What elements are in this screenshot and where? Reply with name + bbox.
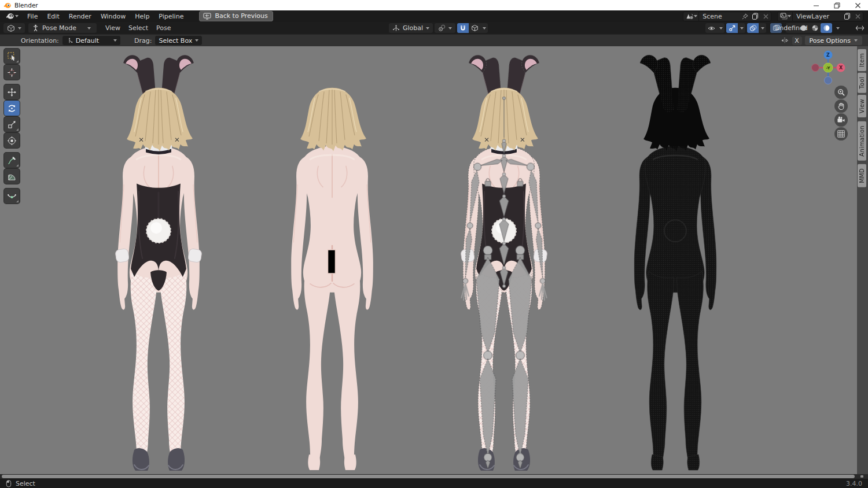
axis-z-negative[interactable] [825,77,832,84]
view-layer-browse-button[interactable] [778,12,793,21]
window-title: Blender [14,2,38,9]
figure-bunny-armature[interactable] [446,52,562,473]
tool-move-button[interactable] [4,84,20,99]
orientation-dropdown[interactable]: Default [62,36,120,45]
viewport-3d[interactable]: Z X -Y ItemToolViewAnimationMMD [0,46,868,474]
remove-view-layer-button[interactable] [852,12,863,21]
figure-body-nude[interactable] [274,52,390,473]
pivot-point-dropdown[interactable] [435,23,455,33]
transform-orientation-dropdown[interactable]: Global [389,23,433,33]
viewport-perspective-button[interactable] [834,127,848,141]
display-cluster: undefined [705,23,865,33]
show-overlays-toggle[interactable] [747,23,759,33]
tool-rotate-button[interactable] [4,101,20,116]
mode-label: Pose Mode [42,24,84,32]
visibility-icon-cell [705,23,717,33]
sidebar-tab-tool[interactable]: Tool [858,73,866,93]
axis-x-negative[interactable] [812,64,819,72]
scene-selector: Scene [683,12,771,21]
mode-selector[interactable]: Pose Mode [28,23,97,33]
back-screen-icon [203,13,212,20]
orientation-label: Global [403,24,423,32]
orientation-icon [66,37,73,44]
mirror-x-toggle[interactable]: X [792,36,802,45]
chevron-down-icon [87,27,91,29]
figure-body-wireframe[interactable] [617,52,733,473]
tool-select-box-button[interactable] [4,49,20,64]
menu-help[interactable]: Help [130,12,154,21]
viewport-menu-pose[interactable]: Pose [152,23,175,33]
orientation-value: Default [76,37,111,45]
pose-options-dropdown[interactable]: Pose Options [805,36,862,45]
scene-name[interactable]: Scene [699,13,740,20]
overlays-dropdown[interactable] [759,23,766,33]
chevron-down-icon [483,27,486,29]
viewport-pan-button[interactable] [834,99,848,113]
sidebar-tab-animation[interactable]: Animation [858,121,866,161]
new-scene-button[interactable] [750,12,760,21]
menu-window[interactable]: Window [96,12,130,21]
tool-expand-notch [16,164,19,167]
editor-type-button[interactable] [3,23,25,33]
scene-browse-button[interactable] [683,12,699,21]
shading-solid-button[interactable] [797,23,809,33]
drag-dropdown[interactable]: Select Box [155,36,202,45]
restore-button[interactable] [826,0,847,10]
axis-x-label: X [839,65,843,71]
overlays-cluster [747,23,766,33]
visibility-caret[interactable] [717,23,724,33]
tool-breakdowner-button[interactable] [4,188,20,204]
tool-cursor-button[interactable] [4,65,20,80]
navigation-gizmo[interactable]: Z X -Y [810,49,847,86]
chevron-down-icon [448,27,452,29]
viewport-menu-select[interactable]: Select [124,23,152,33]
chevron-down-icon [18,27,21,29]
status-hint: Select [16,480,35,487]
tool-annotate-button[interactable] [4,153,20,168]
snap-target-button[interactable] [469,23,480,33]
drag-value: Select Box [159,37,192,45]
show-gizmos-toggle[interactable] [726,23,738,33]
back-to-previous-button[interactable]: Back to Previous [199,11,273,21]
swap-regions-icon[interactable] [855,25,865,31]
snap-cluster [457,23,488,33]
blender-menu-button[interactable] [2,12,22,21]
snap-toggle[interactable] [457,23,469,33]
sidebar-tab-view[interactable]: View [858,95,866,117]
tool-scale-button[interactable] [4,117,20,132]
tool-expand-notch [16,128,19,131]
viewport-editor-icon [7,24,15,32]
figure-bunny-textured[interactable] [101,52,216,473]
chevron-down-icon [694,15,697,17]
sidebar-tab-item[interactable]: Item [858,49,866,71]
viewport-camera-button[interactable] [834,113,848,127]
snap-dropdown[interactable] [480,23,488,33]
viewport-menu-view[interactable]: View [101,23,124,33]
shading-rendered-button[interactable] [821,23,832,33]
window-controls [806,0,868,10]
unlink-scene-button[interactable] [760,12,771,21]
tool-transform-button[interactable] [4,133,20,148]
view-layer-name[interactable]: ViewLayer [793,13,842,20]
pin-scene-button[interactable] [740,12,750,21]
pose-options-label: Pose Options [810,37,851,45]
blender-window: Blender FileEditRenderWindowHelpPipeline… [0,0,868,488]
gizmos-dropdown[interactable] [738,23,745,33]
menu-render[interactable]: Render [64,12,96,21]
sidebar-tab-mmd[interactable]: MMD [858,164,866,187]
blender-version: 3.4.0 [846,480,862,487]
minimize-button[interactable] [806,0,826,10]
object-visibility-dropdown[interactable] [705,23,724,33]
shading-dropdown[interactable] [834,23,841,33]
shading-material-preview-button[interactable] [809,23,821,33]
scrollbar-handle[interactable] [2,475,855,478]
close-button[interactable] [847,0,868,10]
menu-pipeline[interactable]: Pipeline [154,12,188,21]
viewport-zoom-button[interactable] [834,86,848,99]
menu-edit[interactable]: Edit [42,12,64,21]
tool-measure-button[interactable] [4,169,20,184]
shading-wireframe-button[interactable]: undefined [786,23,797,33]
new-view-layer-button[interactable] [842,12,852,21]
menu-file[interactable]: File [23,12,42,21]
close-icon [855,14,860,19]
